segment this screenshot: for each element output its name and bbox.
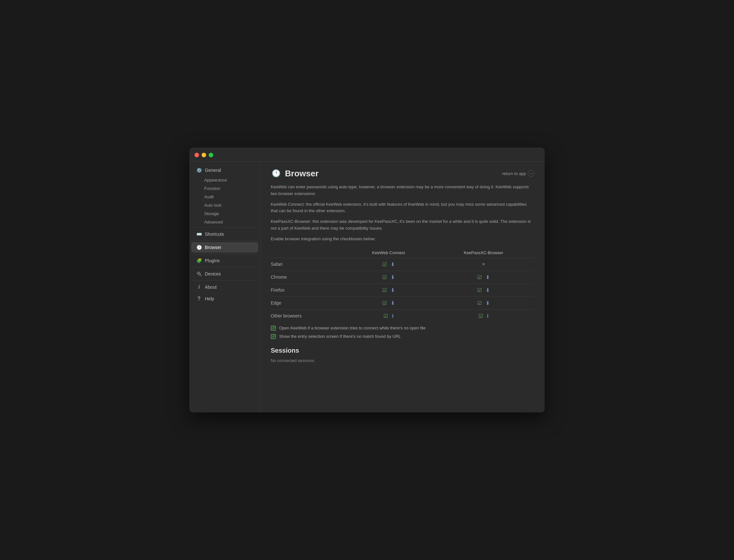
keepass-cell-safari: ✕ [433,258,534,271]
download-icon[interactable]: ⬇ [391,300,395,306]
sidebar-label-appearance: Appearance [204,178,227,182]
sidebar-section-general: ⚙️ General Appearance Function Audit Aut… [189,165,260,226]
sidebar-item-autolock[interactable]: Auto lock [191,201,258,209]
return-to-app-button[interactable]: return to app → [502,170,534,177]
keepass-cell-other: ☑ ℹ [433,309,534,322]
check-icon: ☑ [382,300,387,306]
download-icon[interactable]: ⬇ [486,287,490,293]
sidebar-label-plugins: Plugins [205,258,220,263]
sessions-empty: No connected sessions. [271,358,534,363]
description-3: KeePassXC-Browser: this extension was de… [271,218,534,232]
sidebar-label-advanced: Advanced [204,220,223,224]
page-title-area: 🕐 Browser [271,168,318,179]
divider-1 [191,227,258,228]
sidebar-label-help: Help [205,296,214,301]
sidebar-label-function: Function [204,186,220,191]
keepass-cell-firefox: ☑ ⬇ [433,284,534,296]
sidebar-label-autolock: Auto lock [204,203,221,208]
keeweb-cell-firefox: ☑ ⬇ [344,284,433,296]
table-row: Firefox ☑ ⬇ ☑ ⬇ [271,284,534,296]
check-icon: ☑ [479,313,483,319]
sidebar-section-about: i About [189,282,260,292]
content-area: 🕐 Browser return to app → KeeWeb can ent… [260,162,545,412]
checkbox-row-2[interactable]: ✓ Show the entry selection screen if the… [271,334,534,339]
sidebar-item-about[interactable]: i About [191,282,258,292]
description-1: KeeWeb can enter passwords using auto-ty… [271,184,534,197]
info-circle-icon[interactable]: ℹ [392,313,394,318]
minimize-button[interactable] [201,153,206,157]
sidebar-item-appearance[interactable]: Appearance [191,176,258,184]
description-4: Enable browser integration using the che… [271,236,534,243]
browser-name: Other browsers [271,309,344,322]
sidebar-item-browser[interactable]: 🕐 Browser [191,242,258,253]
keeweb-cell-chrome: ☑ ⬇ [344,271,433,284]
divider-4 [191,267,258,267]
sidebar-item-help[interactable]: ? Help [191,294,258,304]
page-title: Browser [285,169,318,179]
download-icon[interactable]: ⬇ [391,287,395,293]
checkbox-label-2: Show the entry selection screen if there… [279,334,401,339]
keeweb-cell-edge: ☑ ⬇ [344,296,433,309]
browser-icon: 🕐 [196,245,201,250]
maximize-button[interactable] [209,153,213,157]
sidebar-label-about: About [205,285,217,290]
content-body: KeeWeb can enter passwords using auto-ty… [260,184,545,373]
download-icon[interactable]: ⬇ [391,274,395,280]
check-icon: ☑ [384,313,388,319]
sidebar-label-storage: Storage [204,211,219,216]
info-icon: i [196,285,201,290]
sidebar-label-shortcuts: Shortcuts [205,232,224,237]
sessions-section: Sessions No connected sessions. [271,347,534,363]
col-header-keeweb: KeeWeb Connect [344,248,433,258]
sidebar-item-storage[interactable]: Storage [191,210,258,218]
checkbox-open-keeweb[interactable]: ✓ [271,326,276,331]
sidebar-item-audit[interactable]: Audit [191,193,258,201]
content-header: 🕐 Browser return to app → [260,162,545,184]
table-row: Other browsers ☑ ℹ ☑ ℹ [271,309,534,322]
col-header-keepass: KeePassXC-Browser [433,248,534,258]
check-icon: ☑ [382,287,387,293]
sidebar-item-general[interactable]: ⚙️ General [191,165,258,175]
check-icon: ☑ [382,274,387,280]
checkbox-show-entry[interactable]: ✓ [271,334,276,339]
info-circle-icon[interactable]: ℹ [487,313,489,318]
sidebar-section-browser: 🕐 Browser [189,242,260,253]
col-header-browser [271,248,344,258]
table-row: Edge ☑ ⬇ ☑ ⬇ [271,296,534,309]
download-icon[interactable]: ⬇ [486,274,490,280]
download-icon[interactable]: ⬇ [391,261,395,267]
sessions-title: Sessions [271,347,534,354]
check-icon: ☑ [477,300,482,306]
app-window: ⚙️ General Appearance Function Audit Aut… [189,148,545,412]
keeweb-cell-safari: ☑ ⬇ [344,258,433,271]
browser-name: Firefox [271,284,344,296]
browser-name: Edge [271,296,344,309]
check-icon: ☑ [382,261,387,267]
check-icon: ☑ [477,287,482,293]
browser-table: KeeWeb Connect KeePassXC-Browser Safari … [271,248,534,322]
divider-2 [191,241,258,241]
divider-5 [191,280,258,281]
close-button[interactable] [194,153,199,157]
sidebar-item-shortcuts[interactable]: ⌨️ Shortcuts [191,229,258,239]
devices-icon: 🔌 [196,271,201,276]
sidebar-label-general: General [205,168,221,173]
download-icon[interactable]: ⬇ [486,300,490,306]
table-row: Chrome ☑ ⬇ ☑ ⬇ [271,271,534,284]
puzzle-icon: 🧩 [196,258,201,263]
keeweb-cell-other: ☑ ℹ [344,309,433,322]
sidebar-item-function[interactable]: Function [191,184,258,192]
sidebar-item-devices[interactable]: 🔌 Devices [191,269,258,279]
help-icon: ? [196,296,201,301]
keyboard-icon: ⌨️ [196,232,201,237]
sidebar: ⚙️ General Appearance Function Audit Aut… [189,162,260,412]
sidebar-section-devices: 🔌 Devices [189,269,260,279]
checkbox-row-1[interactable]: ✓ Open KeeWeb if a browser extension tri… [271,326,534,331]
sidebar-label-audit: Audit [204,194,214,199]
sidebar-section-shortcuts: ⌨️ Shortcuts [189,229,260,239]
sidebar-label-browser: Browser [205,245,221,250]
keepass-cell-chrome: ☑ ⬇ [433,271,534,284]
sidebar-item-plugins[interactable]: 🧩 Plugins [191,255,258,266]
description-2: KeeWeb Connect: the official KeeWeb exte… [271,201,534,215]
sidebar-item-advanced[interactable]: Advanced [191,218,258,226]
